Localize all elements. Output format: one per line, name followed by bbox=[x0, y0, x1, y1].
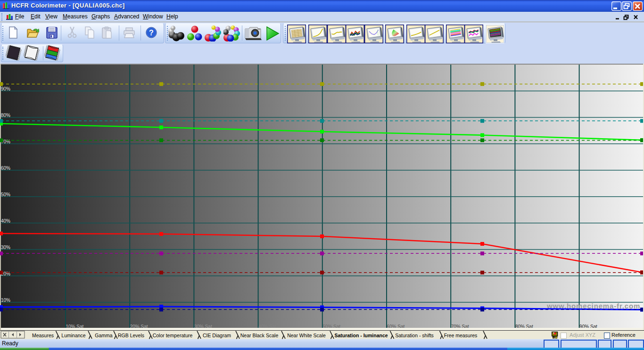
svg-text:Gamma: Gamma bbox=[95, 333, 113, 338]
svg-text:Near Black Scale: Near Black Scale bbox=[240, 333, 279, 338]
svg-text:Luminance: Luminance bbox=[61, 333, 86, 338]
svg-text:30%: 30% bbox=[1, 245, 10, 250]
svg-text:90%: 90% bbox=[1, 86, 10, 92]
svg-text:?: ? bbox=[149, 29, 154, 37]
svg-text:Measures: Measures bbox=[32, 333, 54, 338]
svg-text:RGB Levels: RGB Levels bbox=[118, 333, 144, 338]
svg-text:80%: 80% bbox=[1, 113, 10, 118]
svg-text:Saturation - shifts: Saturation - shifts bbox=[395, 333, 434, 338]
svg-text:CIE Diagram: CIE Diagram bbox=[203, 333, 231, 338]
svg-text:50%: 50% bbox=[1, 192, 10, 197]
svg-text:Saturation - luminance: Saturation - luminance bbox=[334, 333, 388, 338]
svg-text:Free measures: Free measures bbox=[444, 333, 478, 338]
svg-text:60%: 60% bbox=[1, 166, 10, 171]
svg-text:40%: 40% bbox=[1, 218, 10, 224]
svg-text:10%: 10% bbox=[1, 298, 10, 303]
svg-text:Near White Scale: Near White Scale bbox=[287, 333, 326, 338]
svg-text:Color temperature: Color temperature bbox=[153, 333, 193, 338]
